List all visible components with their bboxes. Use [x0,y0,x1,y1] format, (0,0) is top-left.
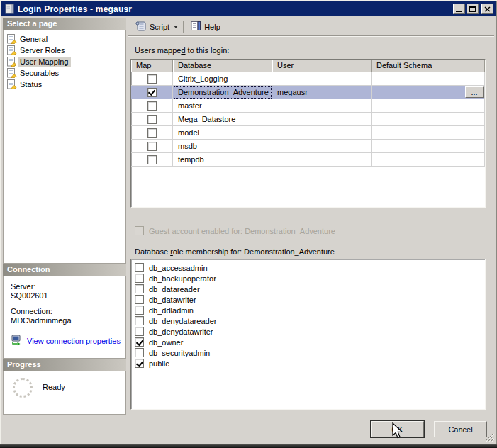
role-checkbox[interactable] [135,263,144,272]
script-icon [135,21,147,33]
role-checkbox[interactable] [135,359,144,368]
role-name: db_datawriter [149,296,196,304]
help-button[interactable]: Help [186,19,224,34]
role-item[interactable]: db_securityadmin [135,347,485,358]
map-checkbox[interactable] [147,142,157,151]
column-header-map[interactable]: Map [131,60,173,72]
column-header-database[interactable]: Database [173,60,272,72]
role-name: db_datareader [149,285,200,293]
progress-header: Progress [3,359,126,371]
role-item[interactable]: db_datareader [135,284,485,294]
role-checkbox[interactable] [135,306,144,315]
server-value: SQ002601 [11,291,125,301]
role-item[interactable]: db_backupoperator [135,273,485,284]
role-name: db_denydatawriter [149,327,213,336]
map-checkbox[interactable] [147,155,157,164]
role-item[interactable]: db_denydatawriter [135,326,485,337]
role-item[interactable]: db_denydatareader [135,315,485,326]
server-label: Server: [11,282,125,291]
role-name: db_owner [149,338,183,347]
default-schema-cell [372,140,485,153]
sidebar-item-user-mapping[interactable]: User Mapping [4,56,125,67]
table-row[interactable]: model [131,126,485,140]
page-icon [6,34,18,44]
view-connection-properties-link[interactable]: View connection properties [27,337,121,346]
user-cell [272,126,372,140]
map-checkbox[interactable] [147,115,157,124]
close-icon [484,6,491,12]
sidebar-item-securables[interactable]: Securables [4,67,125,79]
maximize-button[interactable] [467,4,479,14]
database-cell: Mega_Datastore [173,113,272,126]
user-cell [272,99,372,113]
user-mapping-table[interactable]: Map Database User Default Schema Citrix_… [130,59,486,208]
progress-spinner-icon [13,378,33,398]
role-checkbox[interactable] [135,327,144,336]
map-checkbox[interactable] [147,128,157,138]
table-row[interactable]: Demonstration_Adventuremegausr... [131,86,485,99]
dialog-icon [5,4,14,14]
column-header-user[interactable]: User [272,60,372,72]
role-membership-label: Database role membership for: Demonstrat… [135,247,494,256]
role-item[interactable]: db_ddladmin [135,305,485,315]
table-row[interactable]: Mega_Datastore [131,113,485,126]
browse-default-schema-button[interactable]: ... [465,86,484,98]
default-schema-cell [372,113,485,126]
window-bottom-edge [0,444,497,448]
close-button[interactable] [481,4,493,14]
page-list: General Server Roles User Mapping Secura… [3,30,126,264]
sidebar-item-label: Securables [18,68,62,78]
map-checkbox[interactable] [147,88,157,97]
map-cell [131,86,173,99]
role-membership-list[interactable]: db_accessadmindb_backupoperatordb_datare… [130,259,486,410]
maximize-icon [469,6,476,12]
page-icon [6,68,18,78]
role-name: db_ddladmin [149,306,194,315]
role-checkbox[interactable] [135,337,144,347]
cancel-button[interactable]: Cancel [434,421,487,437]
connection-properties-icon [11,335,23,348]
database-cell: Citrix_Logging [173,72,272,86]
titlebar[interactable]: Login Properties - megausr [1,1,496,16]
ok-button[interactable]: OK [371,421,424,437]
toolbar: Script Help [128,18,494,36]
table-row[interactable]: msdb [131,140,485,153]
column-header-default-schema[interactable]: Default Schema [372,60,485,72]
sidebar-item-general[interactable]: General [4,33,125,45]
role-checkbox[interactable] [135,274,144,283]
role-item[interactable]: db_owner [135,337,485,347]
role-checkbox[interactable] [135,284,144,293]
minimize-icon [456,11,462,12]
table-row[interactable]: tempdb [131,153,485,167]
minimize-button[interactable] [453,4,465,14]
users-mapped-label: Users mapped to this login: [135,46,494,55]
sidebar-item-server-roles[interactable]: Server Roles [4,45,125,56]
map-checkbox[interactable] [147,101,157,111]
table-row[interactable]: Citrix_Logging [131,72,485,86]
role-item[interactable]: public [135,358,485,369]
login-properties-dialog: Login Properties - megausr Select a page… [0,0,497,448]
database-cell: master [173,99,272,113]
role-item[interactable]: db_accessadmin [135,262,485,273]
role-checkbox[interactable] [135,295,144,304]
script-button[interactable]: Script [131,19,182,34]
toolbar-separator [183,21,184,33]
user-cell [272,113,372,126]
guest-account-row: Guest account enabled for: Demonstration… [135,226,494,235]
connection-value: MDC\adminmega [11,316,125,325]
map-checkbox[interactable] [147,74,157,84]
sidebar-item-label: Server Roles [18,45,68,55]
sidebar-item-label: Status [18,79,45,89]
sidebar-item-status[interactable]: Status [4,79,125,90]
database-cell: tempdb [173,153,272,167]
map-cell [131,72,173,86]
chevron-down-icon [174,26,178,28]
table-row[interactable]: master [131,99,485,113]
role-checkbox[interactable] [135,348,144,357]
role-item[interactable]: db_datawriter [135,294,485,305]
resize-grip[interactable] [485,432,494,442]
role-checkbox[interactable] [135,316,144,325]
page-icon [6,79,18,89]
user-mapping-page: Users mapped to this login: Map Database… [128,36,494,415]
map-cell [131,113,173,126]
